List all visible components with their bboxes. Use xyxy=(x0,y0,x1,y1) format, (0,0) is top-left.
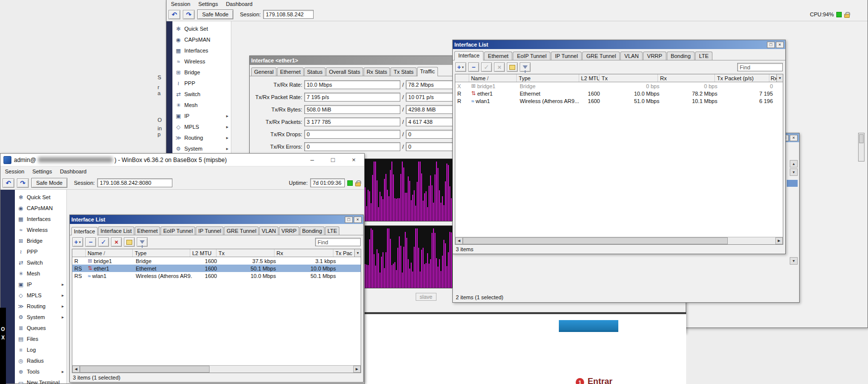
column-type[interactable]: Type xyxy=(133,249,190,257)
sidebar-item-new-terminal[interactable]: ▭New Terminal xyxy=(15,377,66,384)
close-button[interactable]: × xyxy=(776,42,784,48)
scrollbar-track[interactable] xyxy=(728,237,775,244)
tab-rx-stats[interactable]: Rx Stats xyxy=(364,67,390,76)
maximize-button[interactable]: □ xyxy=(345,217,353,223)
tab-ip-tunnel[interactable]: IP Tunnel xyxy=(196,226,223,235)
remove-button[interactable]: − xyxy=(468,62,479,72)
scrollbar-thumb[interactable] xyxy=(80,366,210,373)
horizontal-scrollbar[interactable]: ◀ ▶ xyxy=(72,365,361,373)
edge-scrollbar-fragment[interactable] xyxy=(858,133,865,162)
sidebar-item-ppp[interactable]: ≀PPP xyxy=(15,246,66,257)
scroll-up-button[interactable]: ▲ xyxy=(790,160,798,167)
safe-mode-button[interactable]: Safe Mode xyxy=(197,9,233,19)
safe-mode-button[interactable]: Safe Mode xyxy=(31,178,67,188)
horizontal-scrollbar[interactable]: ◀ ▶ xyxy=(455,237,783,244)
redo-button[interactable]: ↷ xyxy=(183,10,195,19)
sidebar-item-files[interactable]: ▤Files xyxy=(15,333,66,344)
sidebar-item-ppp[interactable]: ≀PPP xyxy=(172,78,231,89)
tx-rate-field[interactable]: 10.0 Mbps xyxy=(304,80,400,89)
session-input[interactable]: 179.108.58.242 xyxy=(263,10,314,19)
scrollbar-thumb[interactable] xyxy=(859,134,864,143)
tab-interface-list[interactable]: Interface List xyxy=(98,226,134,235)
sidebar-item-ip[interactable]: ▣IP▸ xyxy=(172,110,231,121)
close-button[interactable]: × xyxy=(343,154,364,166)
filter-button[interactable] xyxy=(520,62,531,72)
session-input[interactable]: 179.108.58.242:8080 xyxy=(97,178,172,187)
sidebar-item-quick-set[interactable]: ✻Quick Set xyxy=(172,23,231,34)
enable-button[interactable]: ✓ xyxy=(481,62,492,72)
undo-button[interactable]: ↶ xyxy=(168,10,180,19)
sidebar-item-interfaces[interactable]: ▦Interfaces xyxy=(172,45,231,56)
column-l2mtu[interactable]: L2 MTU xyxy=(579,74,599,82)
scroll-left-button[interactable]: ◀ xyxy=(72,366,80,373)
tab-eoip-tunnel[interactable]: EoIP Tunnel xyxy=(161,226,195,235)
tab-traffic[interactable]: Traffic xyxy=(417,67,438,76)
tab-tx-stats[interactable]: Tx Stats xyxy=(390,67,416,76)
tab-bonding[interactable]: Bonding xyxy=(667,52,695,60)
scroll-down-button[interactable]: ▼ xyxy=(790,168,798,176)
tab-lte[interactable]: LTE xyxy=(695,52,712,60)
sidebar-item-wireless[interactable]: ≈Wireless xyxy=(15,224,66,235)
add-button[interactable]: +▼ xyxy=(455,62,466,72)
scroll-down-button[interactable]: ▼ xyxy=(790,257,798,265)
find-input[interactable]: Find xyxy=(315,238,361,246)
disable-button[interactable]: × xyxy=(111,237,122,247)
column-type[interactable]: Type xyxy=(517,74,579,82)
remove-button[interactable]: − xyxy=(85,237,96,247)
tab-interface[interactable]: Interface xyxy=(454,51,484,60)
entrar-link[interactable]: Entrar xyxy=(588,377,612,384)
find-input[interactable]: Find xyxy=(737,63,783,71)
tab-vlan[interactable]: VLAN xyxy=(259,226,278,235)
column-name[interactable]: Name/ xyxy=(469,74,517,82)
close-button[interactable]: × xyxy=(790,135,798,141)
sidebar-item-radius[interactable]: ◎Radius xyxy=(15,355,66,366)
tx-bytes-field[interactable]: 508.0 MiB xyxy=(304,105,400,114)
menu-settings[interactable]: Settings xyxy=(29,168,55,175)
tab-bonding[interactable]: Bonding xyxy=(300,226,325,235)
column-tx-packet[interactable]: Tx Packet (p/s) xyxy=(715,74,769,82)
padlock-icon[interactable] xyxy=(844,14,850,18)
comment-button[interactable] xyxy=(507,62,518,72)
sidebar-item-queues[interactable]: ≣Queues xyxy=(15,323,66,333)
tab-ethernet[interactable]: Ethernet xyxy=(277,67,304,76)
tx-errors-field[interactable]: 0 xyxy=(304,142,400,151)
tab-gre-tunnel[interactable]: GRE Tunnel xyxy=(582,52,620,60)
menu-dashboard[interactable]: Dashboard xyxy=(56,168,90,175)
redo-button[interactable]: ↷ xyxy=(17,178,29,188)
column-rx[interactable]: Rx xyxy=(274,249,333,257)
disable-button[interactable]: × xyxy=(494,62,505,72)
interface-row[interactable]: X ⊞bridge1 Bridge 0 bps 0 bps 0 xyxy=(455,82,783,90)
sidebar-item-bridge[interactable]: ⊞Bridge xyxy=(15,235,66,246)
window-titlebar[interactable]: Interface List □ × xyxy=(70,215,363,224)
interface-row-selected[interactable]: RS ⇅ether1 Ethernet 1600 50.1 Mbps 10.0 … xyxy=(72,265,361,272)
column-rx-packet[interactable]: Rx xyxy=(769,74,776,82)
undo-button[interactable]: ↶ xyxy=(2,178,14,188)
sidebar-item-log[interactable]: ≡Log xyxy=(15,344,66,355)
sidebar-item-routing[interactable]: ≫Routing▸ xyxy=(172,132,231,143)
sidebar-item-system[interactable]: ⚙System▸ xyxy=(172,143,231,154)
sidebar-item-mesh[interactable]: ✳Mesh xyxy=(172,100,231,110)
column-flags[interactable] xyxy=(455,74,469,82)
web-blue-button[interactable] xyxy=(559,320,618,332)
interface-row[interactable]: R ⇅ether1 Ethernet 1600 10.0 Mbps 78.2 M… xyxy=(455,90,783,97)
column-tx[interactable]: Tx xyxy=(599,74,658,82)
sidebar-item-system[interactable]: ⚙System▸ xyxy=(15,312,66,323)
enable-button[interactable]: ✓ xyxy=(98,237,109,247)
menu-session[interactable]: Session xyxy=(1,168,28,175)
sidebar-item-switch[interactable]: ⇄Switch xyxy=(15,257,66,268)
maximize-button[interactable]: □ xyxy=(767,42,775,48)
tab-vlan[interactable]: VLAN xyxy=(620,52,643,60)
sidebar-item-mpls[interactable]: ◇MPLS▸ xyxy=(15,290,66,301)
scroll-left-button[interactable]: ◀ xyxy=(455,237,463,244)
tab-status[interactable]: Status xyxy=(304,67,326,76)
sidebar-item-ip[interactable]: ▣IP▸ xyxy=(15,279,66,290)
sidebar-item-switch[interactable]: ⇄Switch xyxy=(172,89,231,100)
close-button[interactable]: × xyxy=(354,217,362,223)
tab-eoip-tunnel[interactable]: EoIP Tunnel xyxy=(513,52,550,60)
sidebar-item-capsman[interactable]: ◉CAPsMAN xyxy=(172,34,231,45)
interface-row[interactable]: R ≈wlan1 Wireless (Atheros AR9... 1600 5… xyxy=(455,97,783,105)
menu-dashboard[interactable]: Dashboard xyxy=(222,0,256,7)
minimize-button[interactable]: – xyxy=(302,154,323,166)
sidebar-item-bridge[interactable]: ⊞Bridge xyxy=(172,67,231,78)
column-select-button[interactable]: ▼ xyxy=(354,249,361,257)
